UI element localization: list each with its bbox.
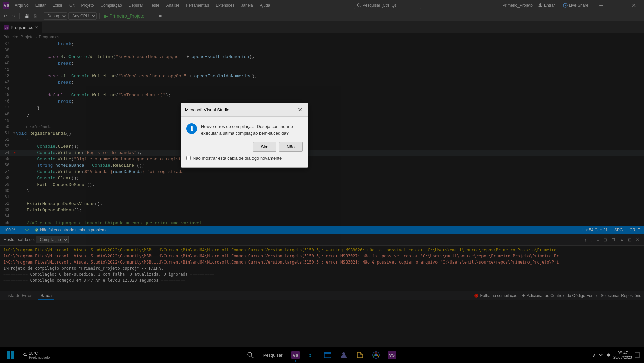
dialog-no-button[interactable]: Não	[279, 142, 303, 152]
dialog-checkbox-row: Não mostrar esta caixa de diálogo novame…	[186, 156, 303, 161]
dialog-buttons: Sim Não	[186, 142, 303, 152]
dialog-title-bar: Microsoft Visual Studio ✕	[181, 103, 308, 117]
dialog-checkbox-label: Não mostrar esta caixa de diálogo novame…	[193, 156, 282, 161]
dialog-overlay: Microsoft Visual Studio ✕ ℹ Houve erros …	[0, 0, 644, 363]
dialog-title: Microsoft Visual Studio	[185, 107, 229, 112]
dialog-close-button[interactable]: ✕	[296, 106, 304, 114]
dialog-info-icon: ℹ	[186, 123, 197, 134]
dialog-message-area: ℹ Houve erros de compilação. Deseja cont…	[186, 123, 303, 136]
dialog-yes-button[interactable]: Sim	[253, 142, 276, 152]
dialog-body: ℹ Houve erros de compilação. Deseja cont…	[181, 117, 308, 167]
dialog-dont-show-checkbox[interactable]	[186, 156, 191, 160]
dialog-box: Microsoft Visual Studio ✕ ℹ Houve erros …	[181, 103, 308, 168]
dialog-message-text: Houve erros de compilação. Deseja contin…	[201, 123, 303, 136]
